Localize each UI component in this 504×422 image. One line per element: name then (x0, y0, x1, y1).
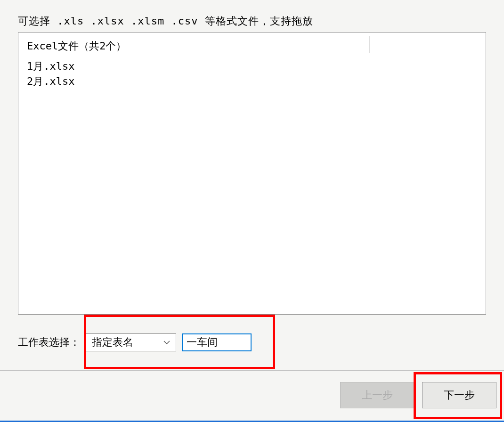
list-item[interactable]: 2月.xlsx (27, 74, 358, 89)
bottom-bar: 上一步 下一步 (0, 370, 504, 422)
divider (369, 36, 370, 53)
list-item[interactable]: 1月.xlsx (27, 59, 358, 74)
dropdown-value: 指定表名 (92, 335, 163, 349)
file-list-box[interactable]: Excel文件（共2个） 1月.xlsx 2月.xlsx (18, 32, 486, 315)
sheet-select-label: 工作表选择： (18, 335, 80, 349)
sheet-select-dropdown[interactable]: 指定表名 (86, 333, 176, 351)
sheet-select-row: 工作表选择： 指定表名 (18, 333, 252, 351)
instruction-text: 可选择 .xls .xlsx .xlsm .csv 等格式文件，支持拖放 (18, 14, 313, 28)
chevron-down-icon (163, 339, 170, 346)
sheet-name-input[interactable] (182, 333, 252, 351)
prev-button: 上一步 (340, 382, 415, 408)
file-list-header: Excel文件（共2个） (27, 39, 358, 53)
next-button[interactable]: 下一步 (422, 382, 496, 408)
